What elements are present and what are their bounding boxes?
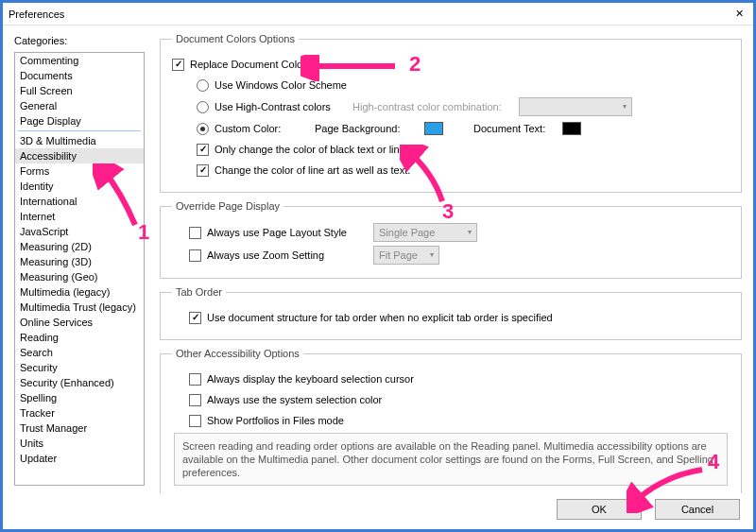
layout-combo: Single Page▾ xyxy=(373,223,477,242)
titlebar: Preferences ✕ xyxy=(3,3,753,26)
chevron-down-icon: ▾ xyxy=(623,98,627,115)
replace-colors-label: Replace Document Colors xyxy=(190,56,311,73)
sidebar-item-spelling[interactable]: Spelling xyxy=(15,390,144,405)
line-art-label: Change the color of line art as well as … xyxy=(215,162,410,179)
replace-colors-checkbox[interactable] xyxy=(172,59,184,71)
body: Categories: CommentingDocumentsFull Scre… xyxy=(3,26,753,493)
zoom-combo: Fit Page▾ xyxy=(373,246,439,265)
sidebar-item-full-screen[interactable]: Full Screen xyxy=(15,83,144,98)
sidebar-item-security[interactable]: Security xyxy=(15,360,144,375)
override-display-group: Override Page Display Always use Page La… xyxy=(160,200,742,279)
sidebar-item-measuring-3d-[interactable]: Measuring (3D) xyxy=(15,254,144,269)
sidebar-item-trust-manager[interactable]: Trust Manager xyxy=(15,420,144,436)
sidebar-item-javascript[interactable]: JavaScript xyxy=(15,224,144,239)
only-black-checkbox[interactable] xyxy=(197,144,209,156)
category-separator xyxy=(18,130,141,131)
settings-pane: Document Colors Options Replace Document… xyxy=(160,31,742,486)
custom-color-radio[interactable] xyxy=(197,123,209,135)
sidebar: Categories: CommentingDocumentsFull Scre… xyxy=(14,31,145,486)
high-contrast-label: Use High-Contrast colors xyxy=(215,98,347,115)
only-black-label: Only change the color of black text or l… xyxy=(215,141,423,158)
sidebar-item-search[interactable]: Search xyxy=(15,345,144,360)
sys-sel-checkbox[interactable] xyxy=(189,394,201,406)
ok-button[interactable]: OK xyxy=(557,499,642,520)
layout-label: Always use Page Layout Style xyxy=(207,224,368,241)
windows-scheme-label: Use Windows Color Scheme xyxy=(215,77,347,94)
portfolios-label: Show Portfolios in Files mode xyxy=(207,412,344,429)
tab-order-group: Tab Order Use document structure for tab… xyxy=(160,286,742,340)
window-title: Preferences xyxy=(9,9,64,20)
custom-color-label: Custom Color: xyxy=(215,120,309,137)
button-row: OK Cancel xyxy=(3,493,753,529)
sidebar-item-page-display[interactable]: Page Display xyxy=(15,113,144,129)
page-bg-label: Page Background: xyxy=(315,120,419,137)
sidebar-item-multimedia-legacy-[interactable]: Multimedia (legacy) xyxy=(15,284,144,300)
group-legend: Other Accessibility Options xyxy=(172,348,303,359)
sidebar-item-commenting[interactable]: Commenting xyxy=(15,53,144,68)
preferences-window: Preferences ✕ Categories: CommentingDocu… xyxy=(0,0,756,532)
sidebar-item-reading[interactable]: Reading xyxy=(15,330,144,345)
tab-order-checkbox[interactable] xyxy=(189,312,201,324)
zoom-checkbox[interactable] xyxy=(189,249,201,262)
line-art-checkbox[interactable] xyxy=(197,164,209,177)
sidebar-item-measuring-geo-[interactable]: Measuring (Geo) xyxy=(15,269,144,284)
other-accessibility-group: Other Accessibility Options Always displ… xyxy=(160,348,742,493)
sidebar-item-internet[interactable]: Internet xyxy=(15,209,144,224)
hc-combo: ▾ xyxy=(519,97,632,116)
sidebar-item-online-services[interactable]: Online Services xyxy=(15,315,144,330)
cancel-button[interactable]: Cancel xyxy=(655,499,740,520)
categories-label: Categories: xyxy=(14,35,145,46)
page-bg-swatch[interactable] xyxy=(424,122,443,135)
chevron-down-icon: ▾ xyxy=(468,224,472,241)
sidebar-item-identity[interactable]: Identity xyxy=(15,179,144,194)
sidebar-item-units[interactable]: Units xyxy=(15,436,144,451)
sidebar-item-international[interactable]: International xyxy=(15,194,144,209)
group-legend: Override Page Display xyxy=(172,200,284,212)
sys-sel-label: Always use the system selection color xyxy=(207,391,382,408)
sidebar-item-measuring-2d-[interactable]: Measuring (2D) xyxy=(15,239,144,254)
sidebar-item-3d-multimedia[interactable]: 3D & Multimedia xyxy=(15,133,144,148)
document-colors-group: Document Colors Options Replace Document… xyxy=(160,33,742,193)
group-legend: Document Colors Options xyxy=(172,33,299,44)
kb-cursor-label: Always display the keyboard selection cu… xyxy=(207,370,414,387)
info-text: Screen reading and reading order options… xyxy=(174,433,728,486)
sidebar-item-security-enhanced-[interactable]: Security (Enhanced) xyxy=(15,375,144,390)
hc-combo-label: High-contrast color combination: xyxy=(352,98,513,115)
layout-checkbox[interactable] xyxy=(189,227,201,239)
high-contrast-radio[interactable] xyxy=(197,101,209,113)
close-icon[interactable]: ✕ xyxy=(730,8,747,20)
tab-order-label: Use document structure for tab order whe… xyxy=(207,309,553,326)
chevron-down-icon: ▾ xyxy=(430,247,434,264)
sidebar-item-updater[interactable]: Updater xyxy=(15,451,144,466)
zoom-label: Always use Zoom Setting xyxy=(207,247,368,264)
group-legend: Tab Order xyxy=(172,286,226,298)
sidebar-item-accessibility[interactable]: Accessibility xyxy=(15,148,144,163)
categories-list[interactable]: CommentingDocumentsFull ScreenGeneralPag… xyxy=(14,52,145,486)
sidebar-item-documents[interactable]: Documents xyxy=(15,68,144,83)
windows-scheme-radio[interactable] xyxy=(197,79,209,92)
sidebar-item-general[interactable]: General xyxy=(15,98,144,113)
doc-text-label: Document Text: xyxy=(473,120,545,137)
sidebar-item-tracker[interactable]: Tracker xyxy=(15,405,144,420)
sidebar-item-multimedia-trust-legacy-[interactable]: Multimedia Trust (legacy) xyxy=(15,300,144,315)
doc-text-swatch[interactable] xyxy=(562,122,581,135)
portfolios-checkbox[interactable] xyxy=(189,415,201,427)
kb-cursor-checkbox[interactable] xyxy=(189,373,201,386)
sidebar-item-forms[interactable]: Forms xyxy=(15,163,144,179)
